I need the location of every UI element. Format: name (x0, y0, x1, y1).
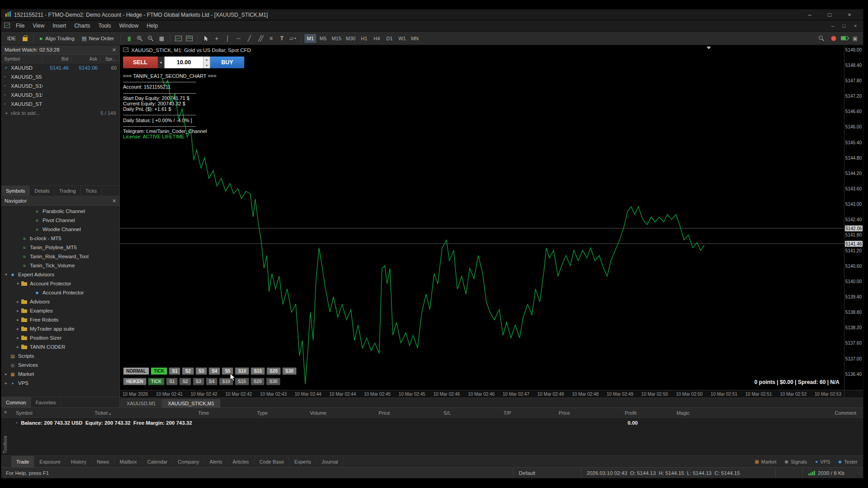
algo-trading-button[interactable]: ▶ Algo Trading (37, 34, 78, 43)
horizontal-line-icon[interactable]: ─ (233, 34, 243, 43)
navigator-item[interactable]: ▸ Market (1, 370, 119, 379)
chart-shift-marker[interactable] (707, 47, 711, 49)
timeframe-button[interactable]: H1 (358, 34, 370, 43)
market-watch-column-headers[interactable]: Symbol Bid Ask Spr... (1, 55, 119, 63)
toolbox-column-header[interactable]: Type (218, 410, 276, 416)
navigator-close-icon[interactable]: ✕ (112, 198, 116, 204)
market-watch-header[interactable]: Market Watch: 02:53:28 ✕ (1, 45, 119, 55)
navigator-item[interactable]: Tanin_Polyline_MT5 (1, 243, 119, 252)
toolbox-column-header[interactable]: Price (520, 410, 579, 416)
menu-item[interactable]: Charts (70, 20, 94, 31)
status-profile[interactable]: Default (513, 468, 581, 478)
market-watch-tab[interactable]: Symbols (1, 186, 30, 196)
corner-item[interactable]: ◉Signals (784, 459, 807, 464)
chart-mode-button[interactable]: TICK (148, 378, 165, 385)
column-symbol[interactable]: Symbol (1, 56, 43, 62)
market-watch-close-icon[interactable]: ✕ (112, 47, 116, 53)
navigator-header[interactable]: Navigator ✕ (1, 196, 119, 206)
navigator-item[interactable]: ▸ Advisors (1, 297, 119, 306)
chart-tab[interactable]: XAUUSD,M1 (121, 399, 161, 407)
shapes-icon[interactable]: ▱▾ (288, 34, 298, 43)
chart-mode-button[interactable]: HEIKEN (123, 378, 147, 385)
close-button[interactable]: × (840, 11, 859, 18)
navigator-item[interactable]: ▸ Free Robots (1, 315, 119, 324)
tree-expander-icon[interactable]: ▸ (15, 327, 21, 331)
toolbox-side-label[interactable]: Toolbox (2, 436, 8, 454)
chart-mode-button[interactable]: S30 (266, 378, 280, 385)
chart-mode-button[interactable]: S4 (206, 378, 218, 385)
navigator-item[interactable]: ▸ VPS (1, 379, 119, 388)
toolbox-column-header[interactable]: T/P (460, 410, 520, 416)
search-icon[interactable] (816, 34, 826, 43)
tree-expander-icon[interactable]: ▸ (15, 308, 21, 313)
tree-expander-icon[interactable]: ▸ (3, 381, 9, 385)
chart-mode-button[interactable]: S3 (193, 378, 204, 385)
menu-item[interactable]: Insert (48, 20, 70, 31)
corner-item[interactable]: ▦Market (754, 459, 776, 464)
toolbox-tab[interactable]: Trade (11, 456, 34, 467)
tree-expander-icon[interactable]: ▸ (15, 336, 21, 340)
cursor-icon[interactable] (201, 34, 211, 43)
chart-mode-button[interactable]: S1 (166, 378, 178, 385)
corner-item[interactable]: ◆Tester (838, 459, 858, 464)
toolbox-tab[interactable]: Calendar (142, 456, 173, 467)
mdi-restore-button[interactable]: □ (839, 23, 849, 28)
timeframe-button[interactable]: W1 (396, 34, 408, 43)
balance-row[interactable]: •Balance: 200 743.32 USD Equity: 200 743… (1, 418, 863, 428)
timeframe-button[interactable]: MN (409, 34, 421, 43)
indicator-windows-icon[interactable] (184, 34, 194, 43)
corner-item[interactable]: ●VPS (815, 459, 830, 464)
channel-icon[interactable]: ╱╱ (255, 34, 265, 43)
time-axis[interactable]: 10 Mar 202610 Mar 02:4110 Mar 02:4210 Ma… (120, 390, 863, 398)
timeframe-button[interactable]: D1 (384, 34, 395, 43)
chart-mode-button[interactable]: S2 (182, 367, 194, 375)
timeframe-button[interactable]: M15 (330, 34, 343, 43)
toolbox-tab[interactable]: History (66, 456, 92, 467)
minimize-button[interactable]: – (800, 11, 820, 18)
tick-chart[interactable] (120, 45, 844, 390)
toolbox-column-header[interactable]: Price (335, 410, 398, 416)
navigator-item[interactable]: ▸ Examples (1, 306, 119, 315)
tree-expander-icon[interactable]: ▸ (15, 299, 21, 304)
navigator-item[interactable]: Woodie Channel (1, 225, 119, 234)
volume-input[interactable]: 10.00 (164, 57, 203, 68)
tree-expander-icon[interactable]: ▸ (15, 317, 21, 322)
chart-mode-button[interactable]: S4 (209, 367, 220, 375)
market-watch-tab[interactable]: Ticks (81, 186, 102, 196)
column-ask[interactable]: Ask (71, 56, 100, 62)
navigator-item[interactable]: b-clock - MT5 (1, 234, 119, 243)
navigator-item[interactable]: ▸ TANIN CODER (1, 342, 119, 351)
column-bid[interactable]: Bid (43, 56, 71, 62)
buy-button[interactable]: BUY (210, 57, 244, 68)
menu-item[interactable]: Tools (95, 20, 115, 31)
toolbox-tab[interactable]: Journal (317, 456, 343, 467)
toolbox-tab[interactable]: Company (173, 456, 204, 467)
grid-icon[interactable]: ▦ (157, 34, 166, 43)
navigator-item[interactable]: ▸ MyTrader app suite (1, 324, 119, 333)
toolbox-column-header[interactable]: Volume (276, 410, 335, 416)
chart-mode-button[interactable]: S15 (251, 367, 265, 375)
navigator-item[interactable]: Services (1, 360, 119, 370)
chart-mode-button[interactable]: S20 (251, 378, 265, 385)
toolbox-tab[interactable]: Mailbox (115, 456, 142, 467)
market-watch-row[interactable]: •XAUUSD_S10 (1, 81, 119, 90)
market-watch-row[interactable]: •XAUUSD_S5 (1, 72, 119, 81)
market-watch-tab[interactable]: Details (30, 186, 55, 196)
volume-up-icon[interactable]: ▲ (204, 57, 210, 62)
trendline-icon[interactable]: ╱ (244, 34, 254, 43)
volume-down-icon[interactable]: ▼ (204, 62, 210, 68)
toolbox-column-header[interactable]: S/L (398, 410, 460, 416)
fibonacci-icon[interactable]: ≡ (266, 34, 276, 43)
navigator-tab[interactable]: Favorites (31, 397, 61, 407)
column-spread[interactable]: Spr... (100, 56, 119, 62)
chart-mode-button[interactable]: S3 (195, 367, 207, 375)
tree-expander-icon[interactable]: ▸ (15, 345, 21, 349)
toolbox-close-icon[interactable]: ✕ (4, 410, 7, 415)
connection-status-icon[interactable] (841, 36, 848, 40)
vertical-line-icon[interactable]: │ (223, 34, 232, 43)
chart-plot[interactable]: XAUUSD_STICK, M1: Gold vs US Dollar, Spo… (120, 45, 844, 390)
click-to-add-row[interactable]: + click to add... 5 / 149 (1, 109, 119, 118)
toolbox-column-header[interactable]: Magic (645, 410, 698, 416)
navigator-item[interactable]: ▾ Expert Advisors (1, 270, 119, 279)
market-watch-row[interactable]: ↗XAUUSD 5141.46 5142.06 60 (1, 63, 119, 72)
